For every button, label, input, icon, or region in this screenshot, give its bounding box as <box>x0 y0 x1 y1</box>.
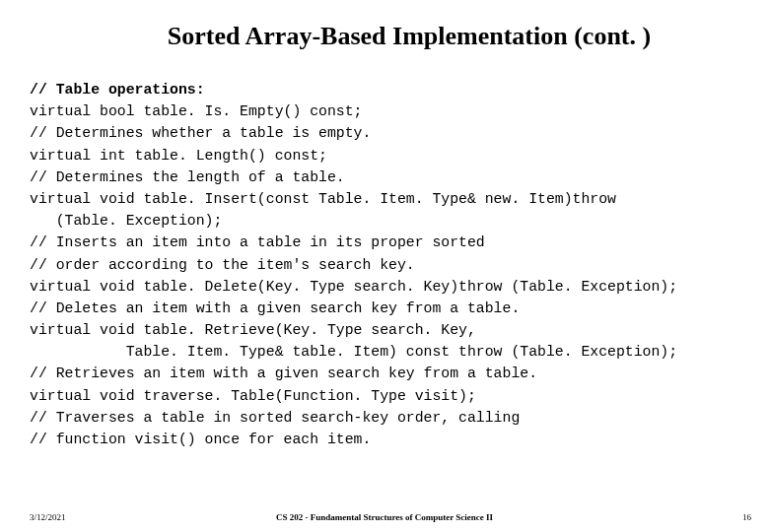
code-line: // Retrieves an item with a given search… <box>30 366 537 381</box>
code-line: // Table operations: <box>30 82 205 98</box>
footer-page-number: 16 <box>742 512 751 522</box>
footer-course: CS 202 - Fundamental Structures of Compu… <box>0 512 769 522</box>
code-line: virtual void traverse. Table(Function. T… <box>30 388 476 404</box>
code-block: // Table operations: virtual bool table.… <box>0 61 769 450</box>
code-line: (Table. Exception); <box>30 213 222 229</box>
code-line: // Traverses a table in sorted search-ke… <box>30 410 520 426</box>
code-line: virtual int table. Length() const; <box>30 148 327 164</box>
code-line: // Deletes an item with a given search k… <box>30 300 520 316</box>
code-line: // Inserts an item into a table in its p… <box>30 234 485 250</box>
code-line: virtual void table. Retrieve(Key. Type s… <box>30 322 476 338</box>
slide-title: Sorted Array-Based Implementation (cont.… <box>0 0 769 61</box>
code-line: // order according to the item's search … <box>30 257 415 273</box>
code-line: virtual bool table. Is. Empty() const; <box>30 103 362 119</box>
code-line: // Determines the length of a table. <box>30 169 345 185</box>
code-line: Table. Item. Type& table. Item) const th… <box>30 344 677 360</box>
code-line: // Determines whether a table is empty. <box>30 125 371 141</box>
slide: Sorted Array-Based Implementation (cont.… <box>0 0 769 532</box>
code-line: virtual void table. Insert(const Table. … <box>30 191 616 207</box>
code-line: // function visit() once for each item. <box>30 432 371 447</box>
code-line: virtual void table. Delete(Key. Type sea… <box>30 279 677 295</box>
